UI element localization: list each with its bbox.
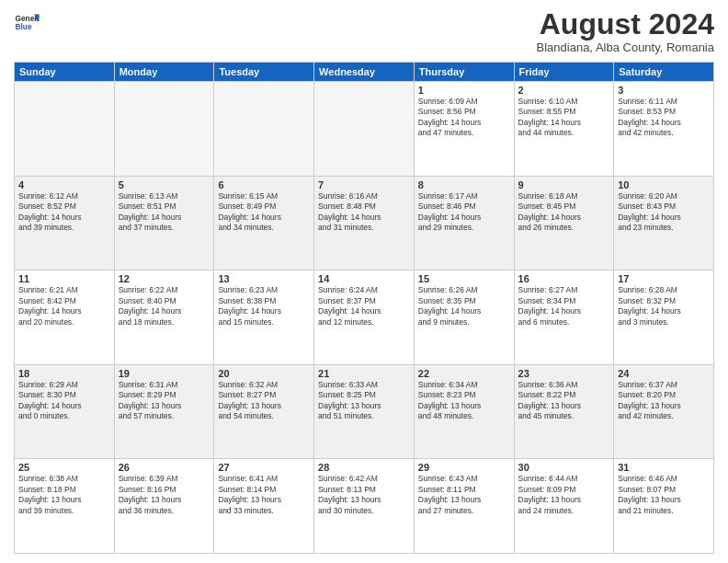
calendar-cell: 8Sunrise: 6:17 AM Sunset: 8:46 PM Daylig… <box>414 176 514 270</box>
day-number: 17 <box>618 273 710 284</box>
header-saturday: Saturday <box>614 63 714 82</box>
day-number: 30 <box>518 462 610 473</box>
header-wednesday: Wednesday <box>314 63 415 82</box>
day-info: Sunrise: 6:46 AM Sunset: 8:07 PM Dayligh… <box>618 474 710 516</box>
calendar-cell: 15Sunrise: 6:26 AM Sunset: 8:35 PM Dayli… <box>414 270 514 365</box>
day-info: Sunrise: 6:20 AM Sunset: 8:43 PM Dayligh… <box>618 191 710 234</box>
calendar-cell: 23Sunrise: 6:36 AM Sunset: 8:22 PM Dayli… <box>514 364 614 459</box>
day-info: Sunrise: 6:10 AM Sunset: 8:55 PM Dayligh… <box>518 97 610 139</box>
day-info: Sunrise: 6:17 AM Sunset: 8:46 PM Dayligh… <box>418 191 510 234</box>
day-number: 9 <box>518 179 610 190</box>
day-number: 22 <box>418 368 510 379</box>
day-number: 10 <box>618 179 710 190</box>
day-info: Sunrise: 6:21 AM Sunset: 8:42 PM Dayligh… <box>18 285 110 327</box>
day-number: 16 <box>518 273 610 284</box>
calendar-cell: 31Sunrise: 6:46 AM Sunset: 8:07 PM Dayli… <box>614 459 714 554</box>
location: Blandiana, Alba County, Romania <box>537 40 714 54</box>
calendar-cell: 30Sunrise: 6:44 AM Sunset: 8:09 PM Dayli… <box>514 459 614 554</box>
calendar-header-row: Sunday Monday Tuesday Wednesday Thursday… <box>15 63 714 82</box>
day-info: Sunrise: 6:28 AM Sunset: 8:32 PM Dayligh… <box>618 285 710 327</box>
day-number: 26 <box>119 462 210 473</box>
day-number: 7 <box>318 179 410 190</box>
logo: General Blue <box>14 9 40 35</box>
day-info: Sunrise: 6:09 AM Sunset: 8:56 PM Dayligh… <box>418 97 510 139</box>
day-number: 28 <box>318 462 410 473</box>
day-number: 13 <box>218 273 310 284</box>
day-number: 23 <box>518 368 610 379</box>
day-number: 24 <box>618 368 710 379</box>
calendar-cell: 7Sunrise: 6:16 AM Sunset: 8:48 PM Daylig… <box>314 176 415 270</box>
day-info: Sunrise: 6:13 AM Sunset: 8:51 PM Dayligh… <box>119 191 210 234</box>
day-info: Sunrise: 6:23 AM Sunset: 8:38 PM Dayligh… <box>218 285 310 327</box>
day-info: Sunrise: 6:16 AM Sunset: 8:48 PM Dayligh… <box>318 191 410 234</box>
day-info: Sunrise: 6:18 AM Sunset: 8:45 PM Dayligh… <box>518 191 610 234</box>
calendar-cell: 17Sunrise: 6:28 AM Sunset: 8:32 PM Dayli… <box>614 270 714 365</box>
calendar-table: Sunday Monday Tuesday Wednesday Thursday… <box>14 62 714 554</box>
calendar-cell: 13Sunrise: 6:23 AM Sunset: 8:38 PM Dayli… <box>214 270 314 365</box>
day-number: 8 <box>418 179 510 190</box>
day-number: 6 <box>218 179 310 190</box>
day-info: Sunrise: 6:43 AM Sunset: 8:11 PM Dayligh… <box>418 474 510 516</box>
day-info: Sunrise: 6:24 AM Sunset: 8:37 PM Dayligh… <box>318 285 410 327</box>
day-number: 1 <box>418 85 510 96</box>
calendar-cell: 9Sunrise: 6:18 AM Sunset: 8:45 PM Daylig… <box>514 176 614 270</box>
header-tuesday: Tuesday <box>214 63 314 82</box>
day-info: Sunrise: 6:38 AM Sunset: 8:18 PM Dayligh… <box>18 474 110 516</box>
calendar-cell: 10Sunrise: 6:20 AM Sunset: 8:43 PM Dayli… <box>614 176 714 270</box>
calendar-cell: 4Sunrise: 6:12 AM Sunset: 8:52 PM Daylig… <box>15 176 115 270</box>
calendar-cell: 25Sunrise: 6:38 AM Sunset: 8:18 PM Dayli… <box>15 459 115 554</box>
day-info: Sunrise: 6:36 AM Sunset: 8:22 PM Dayligh… <box>518 380 610 422</box>
title-block: August 2024 Blandiana, Alba County, Roma… <box>537 9 714 54</box>
day-number: 14 <box>318 273 410 284</box>
calendar-cell: 26Sunrise: 6:39 AM Sunset: 8:16 PM Dayli… <box>114 459 214 554</box>
header-friday: Friday <box>514 63 614 82</box>
calendar-week-row: 18Sunrise: 6:29 AM Sunset: 8:30 PM Dayli… <box>15 364 714 459</box>
calendar-cell: 27Sunrise: 6:41 AM Sunset: 8:14 PM Dayli… <box>214 459 314 554</box>
month-title: August 2024 <box>537 9 714 39</box>
day-info: Sunrise: 6:42 AM Sunset: 8:13 PM Dayligh… <box>318 474 410 516</box>
calendar-cell: 18Sunrise: 6:29 AM Sunset: 8:30 PM Dayli… <box>15 364 115 459</box>
day-info: Sunrise: 6:12 AM Sunset: 8:52 PM Dayligh… <box>18 191 110 234</box>
day-info: Sunrise: 6:26 AM Sunset: 8:35 PM Dayligh… <box>418 285 510 327</box>
calendar-cell: 21Sunrise: 6:33 AM Sunset: 8:25 PM Dayli… <box>314 364 415 459</box>
calendar-cell: 16Sunrise: 6:27 AM Sunset: 8:34 PM Dayli… <box>514 270 614 365</box>
calendar-cell: 1Sunrise: 6:09 AM Sunset: 8:56 PM Daylig… <box>414 82 514 177</box>
calendar-cell: 2Sunrise: 6:10 AM Sunset: 8:55 PM Daylig… <box>514 82 614 177</box>
calendar-cell <box>314 82 415 177</box>
day-info: Sunrise: 6:44 AM Sunset: 8:09 PM Dayligh… <box>518 474 610 516</box>
calendar-cell <box>214 82 314 177</box>
logo-icon: General Blue <box>14 9 40 35</box>
day-number: 25 <box>18 462 110 473</box>
calendar-cell: 22Sunrise: 6:34 AM Sunset: 8:23 PM Dayli… <box>414 364 514 459</box>
header-sunday: Sunday <box>15 63 115 82</box>
calendar-week-row: 1Sunrise: 6:09 AM Sunset: 8:56 PM Daylig… <box>15 82 714 177</box>
calendar-week-row: 11Sunrise: 6:21 AM Sunset: 8:42 PM Dayli… <box>15 270 714 365</box>
calendar-cell <box>114 82 214 177</box>
header-thursday: Thursday <box>414 63 514 82</box>
day-number: 27 <box>218 462 310 473</box>
svg-text:Blue: Blue <box>15 22 31 31</box>
day-info: Sunrise: 6:15 AM Sunset: 8:49 PM Dayligh… <box>218 191 310 234</box>
calendar-cell: 20Sunrise: 6:32 AM Sunset: 8:27 PM Dayli… <box>214 364 314 459</box>
day-info: Sunrise: 6:11 AM Sunset: 8:53 PM Dayligh… <box>618 97 710 139</box>
day-number: 31 <box>618 462 710 473</box>
day-info: Sunrise: 6:37 AM Sunset: 8:20 PM Dayligh… <box>618 380 710 422</box>
header-monday: Monday <box>114 63 214 82</box>
calendar-cell: 14Sunrise: 6:24 AM Sunset: 8:37 PM Dayli… <box>314 270 415 365</box>
day-number: 20 <box>218 368 310 379</box>
day-number: 18 <box>18 368 110 379</box>
day-number: 5 <box>119 179 210 190</box>
calendar-cell: 29Sunrise: 6:43 AM Sunset: 8:11 PM Dayli… <box>414 459 514 554</box>
calendar-cell: 5Sunrise: 6:13 AM Sunset: 8:51 PM Daylig… <box>114 176 214 270</box>
day-info: Sunrise: 6:33 AM Sunset: 8:25 PM Dayligh… <box>318 380 410 422</box>
day-info: Sunrise: 6:41 AM Sunset: 8:14 PM Dayligh… <box>218 474 310 516</box>
calendar-cell: 28Sunrise: 6:42 AM Sunset: 8:13 PM Dayli… <box>314 459 415 554</box>
day-info: Sunrise: 6:22 AM Sunset: 8:40 PM Dayligh… <box>119 285 210 327</box>
day-info: Sunrise: 6:32 AM Sunset: 8:27 PM Dayligh… <box>218 380 310 422</box>
calendar-cell: 6Sunrise: 6:15 AM Sunset: 8:49 PM Daylig… <box>214 176 314 270</box>
calendar-cell: 19Sunrise: 6:31 AM Sunset: 8:29 PM Dayli… <box>114 364 214 459</box>
day-info: Sunrise: 6:34 AM Sunset: 8:23 PM Dayligh… <box>418 380 510 422</box>
day-number: 3 <box>618 85 710 96</box>
day-number: 4 <box>18 179 110 190</box>
day-number: 19 <box>119 368 210 379</box>
